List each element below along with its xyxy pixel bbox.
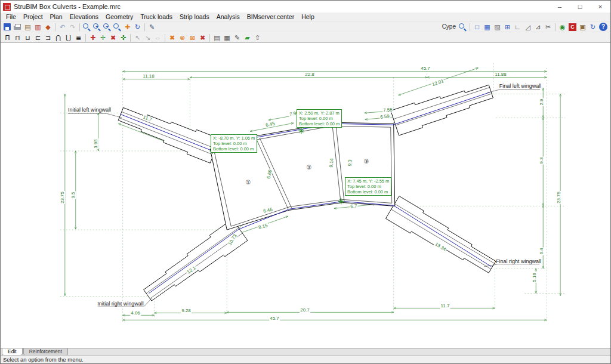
grid-icon[interactable]: ▦ <box>482 22 492 32</box>
cype-icon[interactable]: C <box>569 23 576 31</box>
help-icon[interactable]: ? <box>599 23 607 31</box>
export-icon[interactable]: ⇧ <box>252 33 263 42</box>
toolbar-separator <box>130 34 131 42</box>
delete-node-icon[interactable]: ✖ <box>108 33 118 42</box>
node-marker[interactable] <box>338 198 344 204</box>
resources-icon[interactable]: ◆ <box>43 22 53 32</box>
invert-tool-icon[interactable]: ⋃ <box>63 33 73 42</box>
bimserver-globe-icon[interactable]: ◉ <box>557 22 567 32</box>
zoom-out-icon[interactable]: − <box>102 22 112 32</box>
node-marker[interactable] <box>209 148 215 154</box>
edit-data-icon[interactable]: ✎ <box>232 33 242 42</box>
print-icon[interactable] <box>13 22 23 32</box>
toolbar-separator <box>55 23 55 31</box>
culvert-plan-icon[interactable]: Π <box>2 33 13 42</box>
plan-drawing <box>1 43 610 348</box>
zoom-window-icon[interactable] <box>82 22 92 32</box>
select-tool-icon[interactable]: ↖ <box>132 33 143 42</box>
sync-icon[interactable]: ↻ <box>588 22 598 32</box>
initial-left-wingwall[interactable] <box>116 102 220 164</box>
measure-icon[interactable]: ✎ <box>147 22 157 32</box>
culvert-toolbar: Π⊓⊔⊏⊐⋂⋃≣✚✛✖✜↖↘⇔✖⊗⊠✖▤▦✎▰⇧ <box>1 32 610 44</box>
delete-wingwall-icon[interactable]: ⊗ <box>177 33 187 42</box>
zoom-extents-icon[interactable] <box>112 22 122 32</box>
menu-help[interactable]: Help <box>298 13 318 21</box>
drawing-canvas[interactable] <box>1 42 610 348</box>
vault-tool-icon[interactable]: ⋂ <box>53 33 63 42</box>
command-search-label[interactable]: Cype <box>440 22 458 32</box>
tables-icon[interactable]: ▤ <box>212 33 222 42</box>
menu-file[interactable]: File <box>2 13 20 21</box>
left-wingwall-icon[interactable]: ⊏ <box>33 33 43 42</box>
menu-truck-loads[interactable]: Truck loads <box>137 13 176 21</box>
right-wingwall-icon[interactable]: ⊐ <box>43 33 53 42</box>
menu-elevations[interactable]: Elevations <box>66 13 102 21</box>
extend-tool-icon[interactable]: ↘ <box>143 33 153 42</box>
culvert-cells-icon[interactable]: ⊔ <box>23 33 33 42</box>
menu-project[interactable]: Project <box>20 13 47 21</box>
menu-analysis[interactable]: Analysis <box>213 13 243 21</box>
undo-icon[interactable]: ↶ <box>57 22 67 32</box>
final-left-wingwall[interactable] <box>391 79 495 135</box>
redo-icon[interactable]: ↷ <box>67 22 78 32</box>
segments-tool-icon[interactable]: ≣ <box>73 33 84 42</box>
set-square-icon[interactable]: ◿ <box>523 22 533 32</box>
close-button[interactable]: × <box>590 1 610 13</box>
initial-right-wingwall[interactable] <box>140 219 248 306</box>
drawings-icon[interactable]: ▥ <box>33 22 43 32</box>
final-right-wingwall[interactable] <box>385 196 499 279</box>
menu-bar: FileProjectPlanElevationsGeometryTruck l… <box>1 13 610 21</box>
window-select-icon[interactable]: □ <box>472 22 482 32</box>
menu-strip-loads[interactable]: Strip loads <box>176 13 213 21</box>
app-icon <box>3 3 11 11</box>
main-toolbar: ▤▥◆↶↷+−✚↻✎ Cype□▦▨⊞∟◿⊿✂◉C▣↻? <box>1 21 610 32</box>
menu-bimserver-center[interactable]: BIMserver.center <box>243 13 298 21</box>
maximize-button[interactable]: □ <box>570 1 590 13</box>
window-title: StruBIM Box Culverts - Example.mrc <box>14 3 550 10</box>
window-controls: – □ × <box>550 1 610 13</box>
views-icon[interactable]: ▰ <box>242 33 252 42</box>
menu-plan[interactable]: Plan <box>47 13 66 21</box>
report-icon[interactable]: ▤ <box>23 22 33 32</box>
scissors-icon[interactable]: ✂ <box>543 22 553 32</box>
title-bar: StruBIM Box Culverts - Example.mrc – □ × <box>1 1 610 13</box>
status-bar: Select an option from the menu. <box>1 355 610 363</box>
toolbar-separator <box>79 23 80 31</box>
toolbar-separator <box>555 23 556 31</box>
move-node-icon[interactable]: ✛ <box>98 33 108 42</box>
package-icon[interactable]: ▣ <box>578 22 588 32</box>
main-toolbar-left: ▤▥◆↶↷+−✚↻✎ <box>2 22 157 32</box>
status-message: Select an option from the menu. <box>1 356 84 363</box>
snap-icon[interactable]: ⊞ <box>502 22 513 32</box>
culvert-section-icon[interactable]: ⊓ <box>13 33 23 42</box>
menu-geometry[interactable]: Geometry <box>102 13 137 21</box>
delete-segment-icon[interactable]: ⊠ <box>187 33 198 42</box>
search-icon[interactable] <box>458 22 468 32</box>
add-node-icon[interactable]: ✚ <box>88 33 98 42</box>
reports-icon[interactable]: ▦ <box>222 33 232 42</box>
pan-icon[interactable]: ✚ <box>122 22 132 32</box>
node-marker[interactable] <box>298 128 304 134</box>
minimize-button[interactable]: – <box>550 1 570 13</box>
save-icon[interactable] <box>2 22 13 32</box>
toolbar-separator <box>144 23 145 31</box>
redraw-icon[interactable]: ↻ <box>132 22 143 32</box>
app-window: StruBIM Box Culverts - Example.mrc – □ ×… <box>0 0 611 364</box>
delete-all-icon[interactable]: ✖ <box>198 33 208 42</box>
toolbar-separator <box>85 34 86 42</box>
toolbar-separator <box>165 34 165 42</box>
protractor-icon[interactable]: ⊿ <box>533 22 543 32</box>
zoom-in-icon[interactable]: + <box>92 22 102 32</box>
culvert-body[interactable] <box>210 122 394 230</box>
delete-culvert-icon[interactable]: ✖ <box>167 33 177 42</box>
stretch-tool-icon[interactable]: ⇔ <box>153 33 163 42</box>
align-node-icon[interactable]: ✜ <box>118 33 128 42</box>
toolbar-separator <box>209 34 210 42</box>
main-toolbar-right: Cype□▦▨⊞∟◿⊿✂◉C▣↻? <box>440 22 609 32</box>
ortho-icon[interactable]: ∟ <box>513 22 523 32</box>
toolbar-separator <box>470 23 470 31</box>
hatch-icon[interactable]: ▨ <box>492 22 502 32</box>
